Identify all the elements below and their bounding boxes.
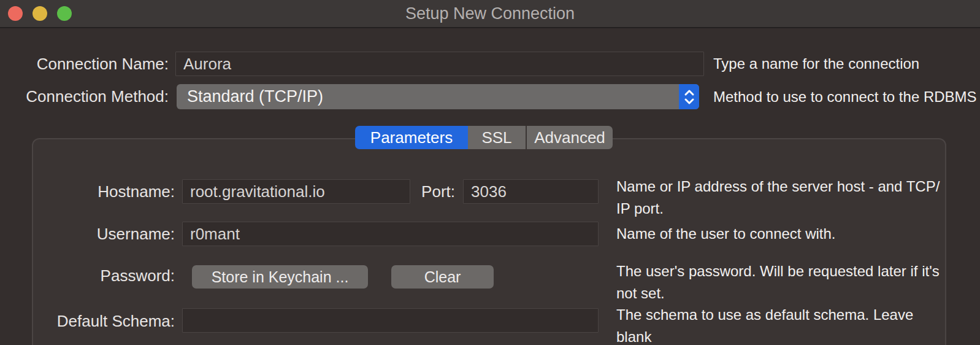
parameters-panel: Hostname: Port: Name or IP address of th… xyxy=(32,138,946,345)
zoom-button[interactable] xyxy=(57,6,72,21)
tab-ssl[interactable]: SSL xyxy=(468,126,526,149)
connection-name-help: Type a name for the connection xyxy=(713,52,919,76)
username-help: Name of the user to connect with. xyxy=(616,222,836,246)
tab-parameters[interactable]: Parameters xyxy=(355,126,468,149)
store-in-keychain-button[interactable]: Store in Keychain ... xyxy=(192,265,368,289)
connection-name-input[interactable] xyxy=(175,52,704,76)
connection-method-help: Method to use to connect to the RDBMS xyxy=(713,84,977,109)
traffic-lights xyxy=(8,6,72,21)
username-label: Username: xyxy=(33,222,175,246)
port-label: Port: xyxy=(327,179,455,204)
window-title: Setup New Connection xyxy=(0,0,980,27)
password-help: The user's password. Will be requested l… xyxy=(616,260,947,304)
password-label: Password: xyxy=(33,263,175,288)
minimize-button[interactable] xyxy=(33,6,47,21)
default-schema-help: The schema to use as default schema. Lea… xyxy=(616,304,947,345)
port-input[interactable] xyxy=(463,179,599,204)
tab-advanced[interactable]: Advanced xyxy=(527,126,613,149)
chevron-up-down-icon xyxy=(679,84,699,109)
default-schema-label: Default Schema: xyxy=(33,309,175,333)
connection-method-value: Standard (TCP/IP) xyxy=(187,84,323,109)
hostname-label: Hostname: xyxy=(33,179,175,204)
connection-name-label: Connection Name: xyxy=(0,52,169,76)
clear-password-button[interactable]: Clear xyxy=(391,265,494,289)
hostname-help: Name or IP address of the server host - … xyxy=(616,176,947,220)
tab-bar: Parameters SSL Advanced xyxy=(355,126,613,149)
close-button[interactable] xyxy=(8,6,23,21)
default-schema-input[interactable] xyxy=(182,308,599,333)
connection-method-select[interactable]: Standard (TCP/IP) xyxy=(177,84,699,109)
titlebar: Setup New Connection xyxy=(0,0,980,28)
username-input[interactable] xyxy=(182,222,599,246)
connection-method-label: Connection Method: xyxy=(0,84,169,109)
